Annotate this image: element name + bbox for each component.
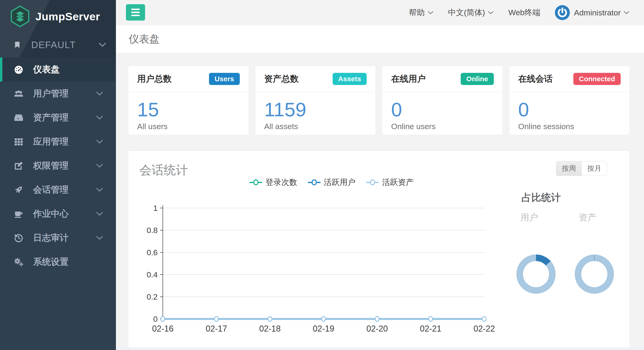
chevron-down-icon [96,236,103,240]
status-badge: Users [209,73,240,85]
assets-donut-label: 资产 [579,212,596,223]
stat-label: All users [137,122,240,131]
page-title: 仪表盘 [129,32,160,46]
language-label: 中文(简体) [448,7,485,18]
chevron-down-icon [428,11,434,15]
sidebar-item-label: 系统设置 [33,256,68,268]
sessions-icon [13,185,24,195]
main-content: 用户总数 Users 15 All users 资产总数 Assets 1159… [128,53,630,348]
language-menu[interactable]: 中文(简体) [448,7,494,18]
session-line-chart: 00.20.40.60.8102-1602-1702-1802-1902-200… [138,195,502,335]
topbar: 帮助 中文(简体) Web终端 Administrator [116,0,644,25]
chevron-down-icon [96,116,103,120]
chevron-down-icon [96,140,103,144]
hamburger-icon [131,9,140,10]
legend-item-logins[interactable]: 登录次数 [250,177,297,188]
line-marker-icon [366,179,379,185]
sidebar: JumpServer DEFAULT 仪表盘 [0,0,116,350]
svg-text:1: 1 [153,204,158,212]
stat-cards-row: 用户总数 Users 15 All users 资产总数 Assets 1159… [128,66,630,135]
jumpserver-logo[interactable]: JumpServer [9,5,100,28]
brand-name: JumpServer [36,10,100,23]
sidebar-item-permissions[interactable]: 权限管理 [0,154,116,178]
topbar-right: 帮助 中文(简体) Web终端 Administrator [409,0,630,25]
sidebar-item-label: 作业中心 [33,208,68,220]
legend-item-active-users[interactable]: 活跃用户 [308,177,356,188]
chevron-down-icon [96,212,103,216]
svg-text:02-17: 02-17 [206,324,227,333]
legend-item-active-assets[interactable]: 活跃资产 [366,177,414,188]
page-header: 仪表盘 [116,25,644,53]
users-donut-chart [516,254,556,294]
power-avatar-icon [555,5,570,20]
web-terminal-link[interactable]: Web终端 [508,7,540,18]
apps-icon [13,137,24,147]
sidebar-item-label: 会话管理 [33,184,68,196]
stat-card-title: 在线会话 [518,73,553,85]
help-label: 帮助 [409,7,425,18]
stat-card-title: 资产总数 [264,73,299,85]
svg-text:02-18: 02-18 [259,324,280,333]
sidebar-menu: 仪表盘 用户管理 资产管理 [0,58,116,274]
sidebar-item-label: 日志审计 [33,232,68,244]
sidebar-item-sessions[interactable]: 会话管理 [0,178,116,202]
dashboard-icon [13,65,24,75]
bottom-strip [116,348,644,350]
sidebar-item-job-center[interactable]: 作业中心 [0,202,116,226]
stat-value: 1159 [264,98,367,121]
sidebar-item-label: 用户管理 [33,88,68,100]
stat-label: All assets [264,122,367,131]
chart-legend: 登录次数 活跃用户 活跃资产 [250,177,414,188]
stat-card-title: 用户总数 [137,73,172,85]
bookmark-icon [14,40,21,49]
stat-card-online-users: 在线用户 Online 0 Online users [382,66,503,135]
jumpserver-logo-icon [9,5,31,28]
svg-text:0.4: 0.4 [147,270,158,279]
status-badge: Connected [573,73,621,85]
sidebar-item-label: 仪表盘 [33,64,60,75]
chevron-down-icon [98,43,106,47]
jobs-icon [13,209,24,219]
sidebar-item-users[interactable]: 用户管理 [0,82,116,106]
users-donut-label: 用户 [520,212,538,223]
status-badge: Online [461,73,494,85]
permissions-icon [13,161,24,171]
stat-card-title: 在线用户 [391,73,426,85]
sidebar-item-assets[interactable]: 资产管理 [0,106,116,130]
session-statistics-panel: 会话统计 登录次数 活跃用户 活跃资产 按周 [128,151,630,348]
sidebar-item-dashboard[interactable]: 仪表盘 [0,58,116,82]
sidebar-item-settings[interactable]: 系统设置 [0,250,116,274]
users-icon [13,89,24,99]
svg-text:02-16: 02-16 [152,324,174,333]
web-terminal-label: Web终端 [508,7,540,18]
help-menu[interactable]: 帮助 [409,7,434,18]
sidebar-toggle-button[interactable] [126,4,145,21]
chevron-down-icon [96,92,103,96]
chevron-down-icon [96,164,103,168]
sidebar-header: JumpServer DEFAULT [0,0,116,58]
svg-text:02-22: 02-22 [474,324,495,333]
line-marker-icon [308,179,320,185]
sidebar-item-applications[interactable]: 应用管理 [0,130,116,154]
chevron-down-icon [488,11,494,15]
stat-label: Online sessions [518,122,621,131]
proportion-title: 占比统计 [522,191,561,204]
sidebar-item-audits[interactable]: 日志审计 [0,226,116,250]
settings-icon [13,257,24,267]
svg-text:0.2: 0.2 [147,292,158,301]
org-label: DEFAULT [31,40,76,50]
sidebar-item-label: 应用管理 [33,136,68,148]
svg-text:02-19: 02-19 [313,324,334,333]
stat-card-online-sessions: 在线会话 Connected 0 Online sessions [509,66,630,135]
range-month-button[interactable]: 按月 [582,161,607,176]
chevron-down-icon [96,188,103,192]
stat-card-total-assets: 资产总数 Assets 1159 All assets [255,66,376,135]
org-selector[interactable]: DEFAULT [14,36,106,54]
user-menu[interactable]: Administrator [555,5,630,20]
svg-text:02-20: 02-20 [366,324,388,333]
range-week-button[interactable]: 按周 [556,161,582,176]
svg-text:0.6: 0.6 [147,248,158,257]
svg-text:0.8: 0.8 [147,226,158,235]
range-toggle: 按周 按月 [556,161,607,176]
panel-title: 会话统计 [140,162,188,178]
